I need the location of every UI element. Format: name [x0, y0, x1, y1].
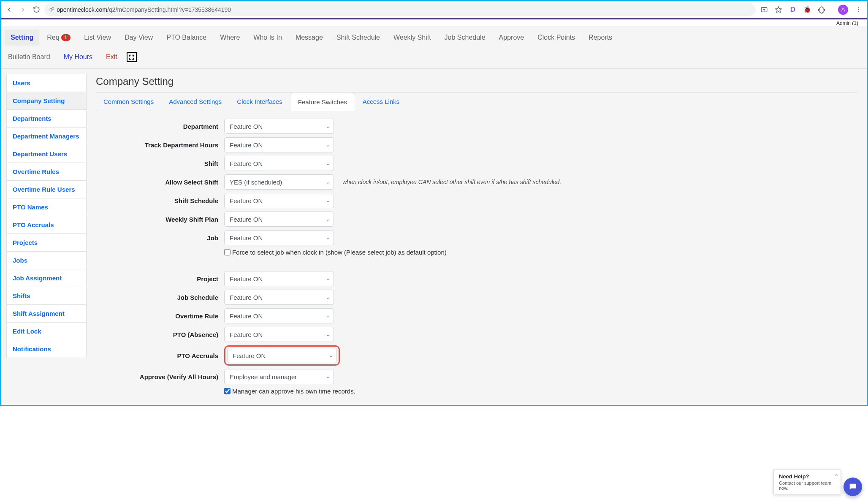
sidebar-item-shift-assignment[interactable]: Shift Assignment [6, 305, 87, 323]
sidebar-item-notifications[interactable]: Notifications [6, 340, 87, 358]
select-shift[interactable]: Feature ON [224, 156, 334, 171]
label-weekly-shift-plan: Weekly Shift Plan [96, 216, 218, 223]
select-weekly-shift-plan[interactable]: Feature ON [224, 212, 334, 227]
label-department: Department [96, 123, 218, 130]
label-track-hours: Track Department Hours [96, 141, 218, 149]
sidebar-item-users[interactable]: Users [6, 74, 87, 92]
label-pto-absence: PTO (Absence) [96, 331, 218, 338]
sidebar-item-company-setting[interactable]: Company Setting [6, 92, 87, 110]
sidebar: Users Company Setting Departments Depart… [6, 74, 87, 405]
nav-setting[interactable]: Setting [5, 30, 39, 46]
nav-job-schedule[interactable]: Job Schedule [439, 30, 491, 46]
allow-shift-note: when clock in/out, employee CAN select o… [342, 179, 561, 185]
nav-message[interactable]: Message [290, 30, 329, 46]
site-settings-icon[interactable]: oᴼ [49, 6, 53, 13]
url-path: /q2/mCompanySetting.html?v=1735538644190 [107, 6, 231, 13]
separator [832, 5, 832, 14]
browser-chrome: oᴼ opentimeclock.com/q2/mCompanySetting.… [1, 1, 867, 18]
label-job-schedule: Job Schedule [96, 294, 218, 301]
nav-who-is-in[interactable]: Who Is In [247, 30, 288, 46]
sidebar-item-department-managers[interactable]: Department Managers [6, 128, 87, 145]
select-job-schedule[interactable]: Feature ON [224, 290, 334, 305]
nav-shift-schedule[interactable]: Shift Schedule [331, 30, 386, 46]
fullscreen-icon[interactable] [127, 52, 137, 62]
select-overtime-rule[interactable]: Feature ON [224, 308, 334, 323]
tab-advanced-settings[interactable]: Advanced Settings [161, 93, 229, 111]
nav-clock-points[interactable]: Clock Points [532, 30, 581, 46]
svg-point-2 [858, 9, 859, 10]
sidebar-item-projects[interactable]: Projects [6, 234, 87, 252]
top-nav: Setting Req1 List View Day View PTO Bala… [1, 26, 867, 69]
checkbox-manager-approve[interactable] [224, 388, 231, 394]
reload-icon[interactable] [33, 6, 40, 14]
label-job: Job [96, 234, 218, 242]
label-overtime-rule: Overtime Rule [96, 312, 218, 320]
extensions-icon[interactable] [817, 5, 826, 14]
select-pto-accruals[interactable]: Feature ON [227, 348, 337, 363]
star-icon[interactable] [774, 5, 783, 14]
install-icon[interactable] [760, 5, 768, 14]
select-shift-schedule[interactable]: Feature ON [224, 193, 334, 208]
label-shift: Shift [96, 160, 218, 167]
tab-common-settings[interactable]: Common Settings [96, 93, 161, 111]
select-project[interactable]: Feature ON [224, 271, 334, 286]
nav-bulletin-board[interactable]: Bulletin Board [5, 49, 56, 65]
req-badge: 1 [61, 34, 71, 41]
manager-approve-label: Manager can approve his own time records… [232, 388, 355, 395]
nav-exit[interactable]: Exit [100, 49, 123, 65]
nav-req[interactable]: Req1 [41, 30, 76, 46]
sidebar-item-overtime-rule-users[interactable]: Overtime Rule Users [6, 181, 87, 198]
checkbox-force-job[interactable] [224, 249, 231, 255]
svg-point-3 [858, 11, 859, 12]
sidebar-item-jobs[interactable]: Jobs [6, 252, 87, 269]
sidebar-item-job-assignment[interactable]: Job Assignment [6, 269, 87, 287]
select-department[interactable]: Feature ON [224, 119, 334, 134]
sidebar-item-overtime-rules[interactable]: Overtime Rules [6, 163, 87, 181]
nav-my-hours[interactable]: My Hours [58, 49, 98, 65]
svg-point-1 [858, 7, 859, 8]
nav-approve[interactable]: Approve [493, 30, 530, 46]
tab-feature-switches[interactable]: Feature Switches [290, 93, 355, 111]
url-bar[interactable]: oᴼ opentimeclock.com/q2/mCompanySetting.… [44, 3, 756, 16]
tab-clock-interfaces[interactable]: Clock Interfaces [229, 93, 290, 111]
extension-d-icon[interactable]: D [789, 5, 797, 14]
sidebar-item-department-users[interactable]: Department Users [6, 145, 87, 163]
force-job-label: Force to select job when clock in (show … [232, 249, 447, 256]
label-approve-verify: Approve (Verify All Hours) [96, 373, 218, 380]
back-icon[interactable] [5, 6, 13, 14]
admin-label[interactable]: Admin (1) [1, 19, 867, 26]
select-track-hours[interactable]: Feature ON [224, 137, 334, 152]
nav-pto-balance[interactable]: PTO Balance [160, 30, 212, 46]
page-title: Company Setting [96, 76, 857, 87]
menu-dots-icon[interactable] [854, 5, 863, 14]
nav-reports[interactable]: Reports [583, 30, 618, 46]
sidebar-item-shifts[interactable]: Shifts [6, 287, 87, 305]
sidebar-item-departments[interactable]: Departments [6, 110, 87, 128]
select-job[interactable]: Feature ON [224, 230, 334, 245]
label-pto-accruals: PTO Accruals [96, 352, 218, 359]
select-approve-verify[interactable]: Employee and manager [224, 369, 334, 384]
select-allow-select-shift[interactable]: YES (if scheduled) [224, 174, 334, 190]
nav-day-view[interactable]: Day View [119, 30, 159, 46]
forward-icon[interactable] [19, 6, 27, 14]
sidebar-item-pto-accruals[interactable]: PTO Accruals [6, 216, 87, 234]
profile-avatar[interactable]: A [838, 5, 848, 15]
settings-tabs: Common Settings Advanced Settings Clock … [96, 93, 857, 111]
tab-access-links[interactable]: Access Links [355, 93, 407, 111]
highlight-pto-accruals: Feature ON⌄ [224, 345, 340, 366]
sidebar-item-pto-names[interactable]: PTO Names [6, 198, 87, 216]
url-domain: opentimeclock.com [57, 6, 107, 13]
extension-bug-icon[interactable]: 🐞 [803, 5, 811, 14]
label-allow-select-shift: Allow Select Shift [96, 179, 218, 186]
nav-where[interactable]: Where [214, 30, 246, 46]
select-pto-absence[interactable]: Feature ON [224, 327, 334, 342]
nav-weekly-shift[interactable]: Weekly Shift [388, 30, 437, 46]
label-shift-schedule: Shift Schedule [96, 197, 218, 204]
nav-list-view[interactable]: List View [78, 30, 117, 46]
sidebar-item-edit-lock[interactable]: Edit Lock [6, 323, 87, 340]
label-project: Project [96, 275, 218, 282]
